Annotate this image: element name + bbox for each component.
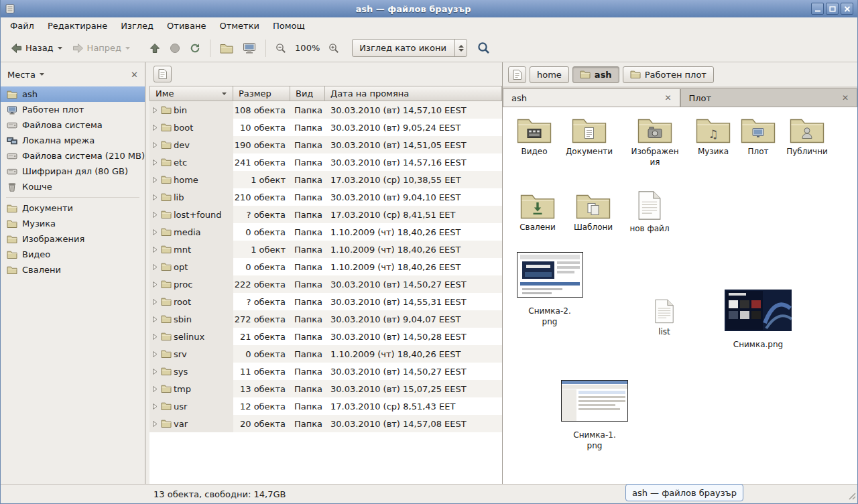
- places-close-icon[interactable]: ✕: [131, 70, 138, 80]
- computer-button[interactable]: [238, 39, 261, 58]
- expander-icon[interactable]: [151, 141, 159, 149]
- icon-item-snimka-png[interactable]: Снимка.png: [725, 290, 792, 351]
- tab-ash[interactable]: ash✕: [503, 88, 680, 107]
- sidebar-item-encrypted-80gb[interactable]: Шифриран дял (80 GB): [1, 164, 145, 179]
- table-row[interactable]: srv0 обектаПапка1.10.2009 (чт) 18,40,26 …: [149, 345, 502, 363]
- expander-icon[interactable]: [151, 333, 159, 340]
- icon-item-public-folder[interactable]: Публични: [777, 115, 837, 158]
- path-button-home[interactable]: home: [530, 66, 569, 83]
- table-row[interactable]: usr12 обектаПапка17.03.2010 (ср) 8,51,43…: [149, 397, 502, 415]
- expander-icon[interactable]: [151, 281, 159, 288]
- icon-item-new-file[interactable]: нов файл: [619, 190, 680, 235]
- icon-item-video-folder[interactable]: Видео: [504, 115, 564, 158]
- icon-item-list-file[interactable]: list: [634, 299, 694, 338]
- sidebar-item-ash[interactable]: ash: [1, 86, 145, 102]
- zoom-in-button[interactable]: [324, 40, 344, 57]
- expander-icon[interactable]: [151, 176, 159, 184]
- table-row[interactable]: lost+found? обектаПапка17.03.2010 (ср) 8…: [149, 206, 502, 223]
- expander-icon[interactable]: [151, 298, 159, 306]
- icon-item-templates-folder[interactable]: Шаблони: [563, 191, 623, 233]
- table-row[interactable]: opt0 обектаПапка1.10.2009 (чт) 18,40,26 …: [149, 258, 502, 275]
- home-button[interactable]: [215, 39, 238, 57]
- menu-help[interactable]: Помощ: [266, 19, 312, 33]
- location-toggle-button[interactable]: [154, 66, 172, 82]
- icon-item-snimka-1-png[interactable]: Снимка-1.png: [561, 380, 628, 451]
- combo-spinner-icon[interactable]: [454, 40, 467, 56]
- table-row[interactable]: selinux21 обектаПапка30.03.2010 (вт) 14,…: [149, 328, 502, 345]
- table-row[interactable]: lib210 обектаПапка30.03.2010 (вт) 9,04,1…: [149, 188, 502, 206]
- sidebar-item-local-network[interactable]: Локална мрежа: [1, 133, 145, 148]
- table-row[interactable]: dev190 обектаПапка30.03.2010 (вт) 14,51,…: [149, 136, 502, 153]
- view-mode-select[interactable]: Изглед като икони: [352, 39, 467, 57]
- menu-bookmarks[interactable]: Отметки: [212, 19, 265, 33]
- resize-grip[interactable]: [847, 491, 856, 502]
- menu-view[interactable]: Изглед: [114, 19, 160, 33]
- close-button[interactable]: [841, 3, 853, 15]
- expander-icon[interactable]: [151, 263, 159, 271]
- expander-icon[interactable]: [151, 159, 159, 166]
- icon-view[interactable]: ВидеоДокументиИзображения♫МузикаПлотПубл…: [503, 107, 857, 484]
- table-row[interactable]: bin108 обектаПапка30.03.2010 (вт) 14,57,…: [149, 101, 502, 119]
- sidebar-item-trash[interactable]: Кошче: [1, 179, 145, 194]
- icon-item-images-folder[interactable]: Изображения: [625, 115, 685, 168]
- column-header-name[interactable]: Име: [149, 86, 233, 101]
- expander-icon[interactable]: [151, 246, 159, 253]
- zoom-out-button[interactable]: [271, 40, 291, 57]
- icon-item-snimka-2-png[interactable]: Снимка-2.png: [516, 252, 583, 327]
- reload-button[interactable]: [185, 40, 205, 57]
- expander-icon[interactable]: [151, 107, 159, 114]
- table-row[interactable]: media0 обектаПапка1.10.2009 (чт) 18,40,2…: [149, 223, 502, 241]
- expander-icon[interactable]: [151, 385, 159, 393]
- table-row[interactable]: sbin272 обектаПапка30.03.2010 (вт) 9,04,…: [149, 310, 502, 328]
- menu-edit[interactable]: Редактиране: [41, 19, 114, 33]
- table-row[interactable]: sys11 обектаПапка30.03.2010 (вт) 14,50,2…: [149, 363, 502, 380]
- tab-plot[interactable]: Плот✕: [680, 88, 858, 107]
- expander-icon[interactable]: [151, 194, 159, 201]
- places-dropdown-icon[interactable]: [39, 72, 45, 76]
- expander-icon[interactable]: [151, 403, 159, 410]
- sidebar-item-downloads[interactable]: Свалени: [1, 262, 145, 277]
- search-button[interactable]: [473, 38, 495, 58]
- path-button-ash[interactable]: ash: [572, 66, 619, 83]
- expander-icon[interactable]: [151, 351, 159, 358]
- expander-icon[interactable]: [151, 211, 159, 218]
- titlebar[interactable]: ash — файлов браузър: [1, 0, 857, 17]
- expander-icon[interactable]: [151, 368, 159, 375]
- table-row[interactable]: root? обектаПапка30.03.2010 (вт) 14,55,3…: [149, 293, 502, 310]
- up-button[interactable]: [145, 40, 165, 57]
- expander-icon[interactable]: [151, 316, 159, 323]
- column-header-type[interactable]: Вид: [290, 86, 325, 101]
- icon-item-downloads-folder[interactable]: Свалени: [507, 191, 568, 233]
- back-dropdown-icon[interactable]: [57, 46, 63, 50]
- stop-button[interactable]: [165, 40, 185, 57]
- menu-file[interactable]: Файл: [3, 19, 41, 33]
- table-row[interactable]: mnt1 обектПапка1.10.2009 (чт) 18,40,26 E…: [149, 241, 502, 258]
- tab-close-icon[interactable]: ✕: [842, 94, 849, 102]
- table-row[interactable]: proc222 обектаПапка30.03.2010 (вт) 14,50…: [149, 275, 502, 293]
- minimize-button[interactable]: [811, 3, 824, 15]
- sidebar-item-filesystem[interactable]: Файлова система: [1, 117, 145, 133]
- path-button-desktop[interactable]: Работен плот: [623, 66, 714, 83]
- forward-button[interactable]: Напред: [68, 40, 135, 57]
- sidebar-item-video[interactable]: Видео: [1, 247, 145, 262]
- sidebar-item-documents[interactable]: Документи: [1, 200, 145, 216]
- sidebar-item-filesystem-210mb[interactable]: Файлова система (210 MB): [1, 148, 145, 164]
- column-header-size[interactable]: Размер: [233, 86, 290, 101]
- expander-icon[interactable]: [151, 124, 159, 131]
- table-row[interactable]: boot10 обектаПапка30.03.2010 (вт) 9,05,2…: [149, 119, 502, 136]
- places-title[interactable]: Места: [7, 70, 36, 80]
- sidebar-item-music[interactable]: Музика: [1, 216, 145, 231]
- icon-item-documents-folder[interactable]: Документи: [559, 115, 619, 158]
- sidebar-item-images[interactable]: Изображения: [1, 231, 145, 247]
- table-row[interactable]: var20 обектаПапка30.03.2010 (вт) 14,57,0…: [149, 415, 502, 432]
- column-header-date[interactable]: Дата на промяна: [325, 86, 502, 101]
- tab-close-icon[interactable]: ✕: [664, 94, 671, 102]
- table-row[interactable]: etc241 обектаПапка30.03.2010 (вт) 14,57,…: [149, 153, 502, 171]
- sidebar-item-desktop[interactable]: Работен плот: [1, 102, 145, 117]
- maximize-button[interactable]: [826, 3, 839, 15]
- back-button[interactable]: Назад: [6, 40, 68, 57]
- expander-icon[interactable]: [151, 420, 159, 428]
- expander-icon[interactable]: [151, 229, 159, 236]
- location-toggle-button[interactable]: [508, 66, 526, 83]
- menu-go[interactable]: Отиване: [160, 19, 212, 33]
